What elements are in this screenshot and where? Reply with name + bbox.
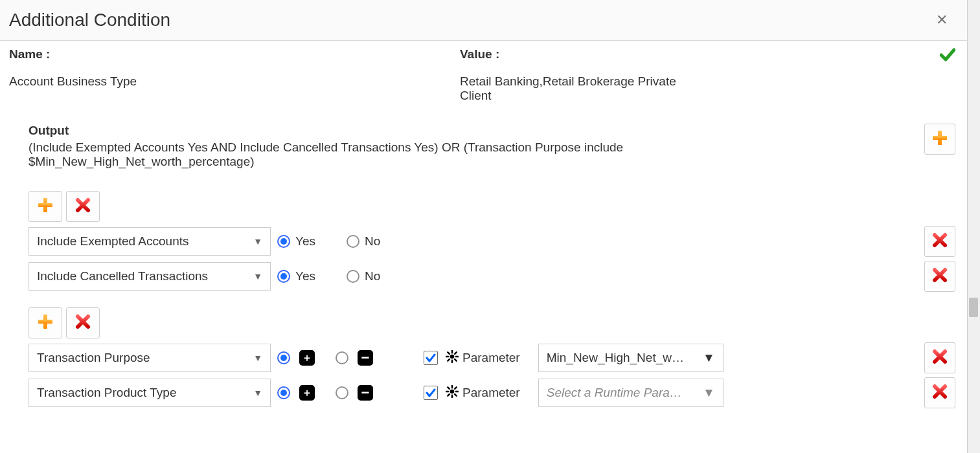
rule-remove-button[interactable]	[924, 261, 955, 292]
rule-field-value: Include Cancelled Transactions	[37, 269, 208, 283]
parameter-checkbox[interactable]	[424, 351, 438, 365]
chevron-down-icon: ▼	[703, 351, 715, 365]
gear-icon	[446, 350, 459, 366]
radio-yes[interactable]	[277, 235, 290, 248]
include-icon: ＋	[299, 385, 315, 401]
rule-row: Include Cancelled Transactions ▼ Yes No	[28, 261, 955, 292]
parameter-select[interactable]: Select a Runtime Para… ▼	[538, 379, 724, 407]
rule-field-select[interactable]: Include Exempted Accounts ▼	[28, 227, 271, 256]
close-button[interactable]: ✕	[931, 9, 953, 31]
radio-no[interactable]	[347, 270, 359, 283]
rule-row: Transaction Product Type ▼ ＋ −	[28, 377, 955, 408]
chevron-down-icon: ▼	[253, 271, 262, 282]
name-label: Name :	[9, 47, 460, 61]
include-icon: ＋	[299, 350, 315, 366]
exclude-icon: −	[358, 350, 373, 366]
radio-exclude[interactable]	[336, 351, 348, 364]
chevron-down-icon: ▼	[253, 353, 262, 363]
exclude-icon: −	[358, 385, 373, 401]
rule-row: Transaction Purpose ▼ ＋ −	[28, 342, 955, 373]
rule-field-value: Transaction Product Type	[37, 386, 176, 400]
scrollbar-track[interactable]	[967, 0, 980, 453]
radio-no[interactable]	[347, 235, 359, 248]
x-icon	[931, 232, 948, 251]
dialog-title: Additional Condition	[9, 10, 170, 30]
parameter-select[interactable]: Min_New_High_Net_w… ▼	[538, 344, 724, 372]
add-group-button[interactable]	[924, 124, 955, 155]
rule-field-value: Include Exempted Accounts	[37, 234, 188, 249]
chevron-down-icon: ▼	[253, 388, 262, 398]
rule-remove-button[interactable]	[924, 377, 955, 408]
x-icon	[931, 348, 948, 368]
radio-exclude[interactable]	[336, 386, 348, 399]
radio-no-label: No	[365, 234, 380, 249]
rule-remove-button[interactable]	[924, 226, 955, 257]
condition-group: Transaction Purpose ▼ ＋ −	[28, 307, 955, 408]
rule-field-value: Transaction Purpose	[37, 351, 150, 365]
chevron-down-icon: ▼	[703, 386, 715, 400]
name-value: Account Business Type	[9, 74, 460, 89]
gear-icon	[446, 385, 459, 401]
plus-icon	[37, 197, 54, 216]
group-add-button[interactable]	[28, 307, 62, 338]
radio-yes-label: Yes	[295, 269, 315, 283]
radio-yes[interactable]	[277, 270, 290, 283]
radio-no-label: No	[365, 269, 380, 283]
parameter-select-placeholder: Select a Runtime Para…	[547, 386, 682, 400]
rule-remove-button[interactable]	[924, 342, 955, 373]
parameter-checkbox[interactable]	[424, 386, 438, 400]
radio-include[interactable]	[277, 386, 290, 399]
plus-icon	[931, 129, 948, 149]
rule-field-select[interactable]: Transaction Purpose ▼	[28, 344, 271, 372]
condition-group: Include Exempted Accounts ▼ Yes No	[28, 191, 955, 292]
parameter-label: Parameter	[462, 351, 520, 365]
output-label: Output	[28, 124, 670, 138]
parameter-label: Parameter	[462, 386, 520, 400]
plus-icon	[37, 313, 54, 333]
chevron-down-icon: ▼	[253, 236, 262, 247]
parameter-select-value: Min_New_High_Net_w…	[547, 351, 684, 365]
x-icon	[74, 197, 91, 216]
group-add-button[interactable]	[28, 191, 62, 222]
x-icon	[931, 267, 948, 286]
rule-field-select[interactable]: Transaction Product Type ▼	[28, 379, 271, 407]
radio-include[interactable]	[277, 351, 290, 364]
confirm-icon[interactable]	[940, 54, 955, 65]
x-icon	[931, 383, 948, 403]
close-icon: ✕	[936, 12, 948, 28]
value-label: Value :	[460, 47, 732, 61]
rule-field-select[interactable]: Include Cancelled Transactions ▼	[28, 262, 271, 291]
group-remove-button[interactable]	[66, 191, 100, 222]
x-icon	[74, 313, 91, 333]
radio-yes-label: Yes	[295, 234, 315, 249]
scrollbar-thumb[interactable]	[969, 298, 978, 317]
output-expression: (Include Exempted Accounts Yes AND Inclu…	[28, 140, 670, 169]
group-remove-button[interactable]	[66, 307, 100, 338]
rule-row: Include Exempted Accounts ▼ Yes No	[28, 226, 955, 257]
value-value: Retail Banking,Retail Brokerage Private …	[460, 74, 693, 103]
